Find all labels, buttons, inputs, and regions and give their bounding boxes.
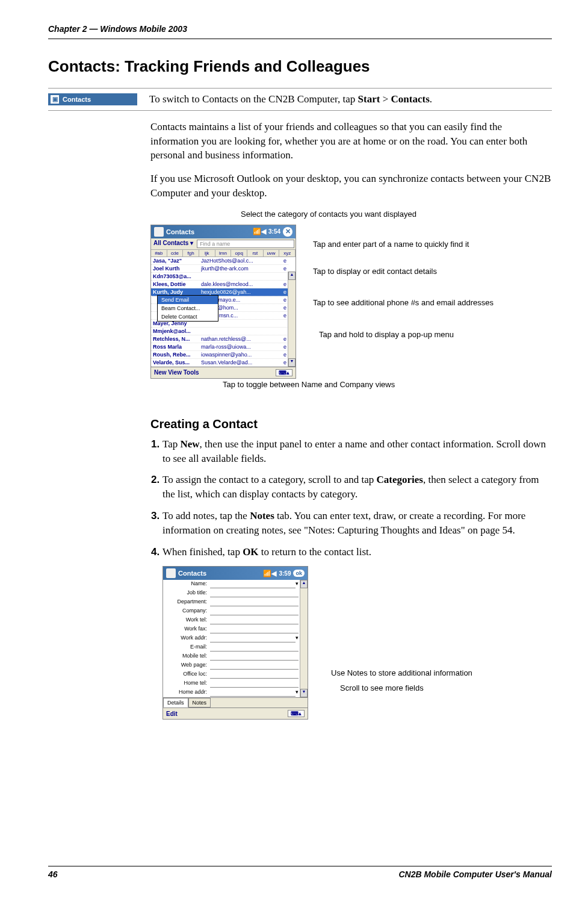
field-email[interactable]: E-mail: xyxy=(163,643,300,652)
contact-row[interactable]: Kdn73053@a... xyxy=(151,273,288,281)
step-2: To assign the contact to a category, scr… xyxy=(162,473,552,502)
alpha-tab[interactable]: #ab xyxy=(151,250,167,257)
ss-time: 3:54 xyxy=(268,228,280,235)
chapter-header: Chapter 2 — Windows Mobile 2003 xyxy=(48,24,552,34)
ss-title: Contacts xyxy=(166,228,253,235)
speaker-icon: ◀ xyxy=(261,228,266,235)
field-job-title[interactable]: Job title: xyxy=(163,589,300,598)
find-name-input[interactable]: Find a name xyxy=(197,240,294,248)
menu-items[interactable]: New View Tools xyxy=(154,369,199,376)
screenshot-contacts-list: Contacts 📶 ◀ 3:54 ✕ All Contacts ▾ Find … xyxy=(150,225,296,379)
close-button[interactable]: ✕ xyxy=(283,227,292,237)
signal-icon: 📶 xyxy=(253,228,261,235)
edit-menu[interactable]: Edit xyxy=(166,711,178,717)
callout-category: Select the category of contacts you want… xyxy=(241,210,416,219)
paragraph-2: If you use Microsoft Outlook on your des… xyxy=(150,172,552,201)
contact-row[interactable]: Retchless, N...nathan.retchless@...e xyxy=(151,335,288,343)
contact-row[interactable]: Mmjenk@aol... xyxy=(151,328,288,335)
callout-toggle: Tap to toggle between Name and Company v… xyxy=(223,380,395,389)
field-work-fax[interactable]: Work fax: xyxy=(163,625,300,634)
field-department[interactable]: Department: xyxy=(163,598,300,607)
scrollbar[interactable]: ▲ ▼ xyxy=(300,580,308,697)
keyboard-icon[interactable]: ⌨▴ xyxy=(288,710,305,717)
start-icon[interactable] xyxy=(154,227,164,237)
contact-card-icon: ▣ xyxy=(51,95,59,104)
ok-button[interactable]: ok xyxy=(293,570,305,577)
callout-details: Tap to display or edit contact details xyxy=(313,267,437,276)
field-office-loc[interactable]: Office loc: xyxy=(163,670,300,679)
field-web-page[interactable]: Web page: xyxy=(163,661,300,670)
scroll-down-icon[interactable]: ▼ xyxy=(288,358,296,367)
manual-title: CN2B Mobile Computer User's Manual xyxy=(398,869,552,879)
intro-row: ▣ Contacts To switch to Contacts on the … xyxy=(48,88,552,111)
field-name[interactable]: Name:▾ xyxy=(163,580,300,589)
contact-row[interactable]: Jasa, "Jaz"JazHotShots@aol.c...e xyxy=(151,257,288,265)
contact-row[interactable]: Roush, Rebe...iowaspinner@yaho...e xyxy=(151,351,288,359)
header-rule xyxy=(48,39,552,39)
intro-text: To switch to Contacts on the CN2B Comput… xyxy=(149,92,432,107)
field-work-addr[interactable]: Work addr:▾ xyxy=(163,634,300,643)
ss-titlebar: Contacts 📶 ◀ 3:54 ✕ xyxy=(151,225,296,238)
alpha-tab[interactable]: rst xyxy=(247,250,264,257)
contact-row[interactable]: Joel Kurthjkurth@the-ark.come xyxy=(151,265,288,273)
scroll-up-icon[interactable]: ▲ xyxy=(300,580,308,588)
alpha-tab[interactable]: opq xyxy=(231,250,247,257)
popup-send-email[interactable]: Send Email xyxy=(158,296,218,304)
ss2-title: Contacts xyxy=(178,570,263,577)
signal-icon: 📶 xyxy=(263,570,271,577)
contacts-app-icon: ▣ Contacts xyxy=(48,93,137,105)
alpha-tab[interactable]: ijk xyxy=(199,250,215,257)
context-popup: Send Email Beam Contact... Delete Contac… xyxy=(157,295,218,322)
callout-additional: Tap to see additional phone #s and email… xyxy=(313,298,494,307)
alpha-tab[interactable]: xyz xyxy=(279,250,296,257)
page-number: 46 xyxy=(48,869,58,879)
field-company[interactable]: Company: xyxy=(163,607,300,616)
step-4: When finished, tap OK to return to the c… xyxy=(162,545,552,559)
popup-beam-contact[interactable]: Beam Contact... xyxy=(158,304,218,313)
alpha-tab[interactable]: uvw xyxy=(264,250,280,257)
callout-findname: Tap and enter part of a name to quickly … xyxy=(313,240,469,249)
paragraph-1: Contacts maintains a list of your friend… xyxy=(150,120,552,163)
callout-notes: Use Notes to store additional informatio… xyxy=(331,668,472,677)
keyboard-icon[interactable]: ⌨▴ xyxy=(276,369,292,376)
field-home-addr[interactable]: Home addr:▾ xyxy=(163,688,300,697)
screenshot-contact-edit: Contacts 📶 ◀ 3:59 ok Name:▾ Job title: D… xyxy=(162,566,308,720)
contact-row[interactable]: Klees, Dottiedale.klees@mcleod...e xyxy=(151,281,288,288)
ss2-time: 3:59 xyxy=(279,570,291,577)
scrollbar[interactable]: ▲ ▼ xyxy=(288,272,296,367)
icon-label: Contacts xyxy=(63,96,91,103)
speaker-icon: ◀ xyxy=(271,570,276,577)
step-1: Tap New, then use the input panel to ent… xyxy=(162,437,552,466)
contact-row[interactable]: Ross Marlamarla-ross@uiowa...e xyxy=(151,343,288,351)
popup-delete-contact[interactable]: Delete Contact xyxy=(158,313,218,321)
alpha-tab[interactable]: cde xyxy=(167,250,184,257)
ss2-titlebar: Contacts 📶 ◀ 3:59 ok xyxy=(163,567,308,580)
ss-menubar: New View Tools ⌨▴ xyxy=(151,367,296,378)
alpha-tab[interactable]: fgh xyxy=(183,250,199,257)
footer: 46 CN2B Mobile Computer User's Manual xyxy=(48,866,552,879)
ss2-menubar: Edit ⌨▴ xyxy=(163,708,308,719)
contact-row[interactable]: Velarde, Sus...Susan.Velarde@ad...e xyxy=(151,359,288,367)
alpha-bar[interactable]: #ab cde fgh ijk lmn opq rst uvw xyz xyxy=(151,250,296,257)
callout-scroll: Scroll to see more fields xyxy=(340,683,424,692)
scroll-up-icon[interactable]: ▲ xyxy=(288,272,296,280)
alpha-tab[interactable]: lmn xyxy=(215,250,232,257)
field-home-tel[interactable]: Home tel: xyxy=(163,679,300,688)
page-title: Contacts: Tracking Friends and Colleague… xyxy=(48,57,552,76)
category-dropdown[interactable]: All Contacts ▾ xyxy=(151,238,196,249)
scroll-down-icon[interactable]: ▼ xyxy=(300,689,308,697)
field-work-tel[interactable]: Work tel: xyxy=(163,616,300,625)
field-mobile-tel[interactable]: Mobile tel: xyxy=(163,652,300,661)
creating-contact-title: Creating a Contact xyxy=(150,417,552,431)
start-icon[interactable] xyxy=(166,568,176,578)
tab-notes[interactable]: Notes xyxy=(188,698,211,708)
callout-popup: Tap and hold to display a pop-up menu xyxy=(319,330,454,339)
tab-details[interactable]: Details xyxy=(163,698,188,708)
step-3: To add notes, tap the Notes tab. You can… xyxy=(162,509,552,538)
